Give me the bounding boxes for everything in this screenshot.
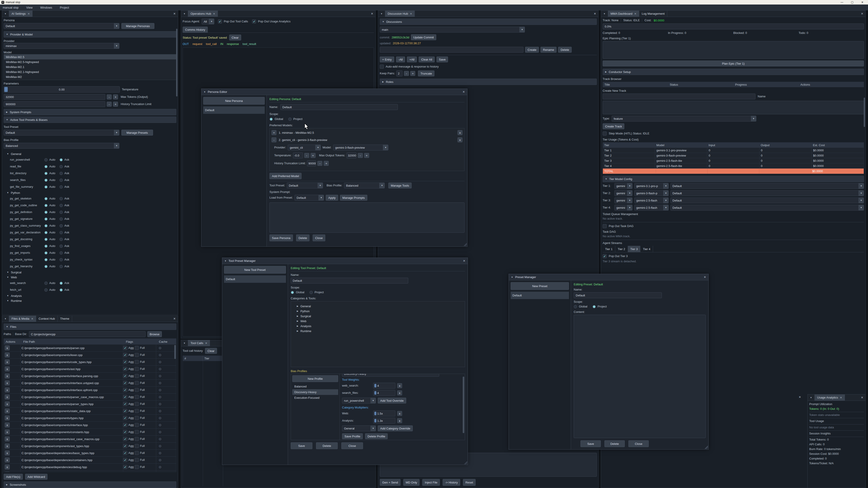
temperature-slider[interactable]: 0.00 [4, 86, 120, 93]
manage-presets-button[interactable]: Manage Presets [121, 130, 153, 135]
files-section-header[interactable]: ▼Files [4, 324, 176, 330]
full-checkbox[interactable]: ✓ [135, 444, 139, 448]
entry-button[interactable]: +All [407, 57, 417, 62]
agg-checkbox[interactable]: ✓ [123, 465, 127, 469]
remove-file-button[interactable]: x [5, 381, 10, 385]
remove-file-button[interactable]: x [5, 394, 10, 399]
manage-tools-button[interactable]: Manage Tools [388, 183, 412, 188]
tab-theme[interactable]: Theme [58, 316, 72, 322]
ask-radio[interactable] [59, 245, 63, 248]
ask-radio[interactable] [59, 258, 63, 261]
hist-increment-button[interactable]: + [324, 161, 329, 166]
agg-checkbox[interactable]: ✓ [123, 346, 127, 350]
resize-grip[interactable] [464, 243, 467, 246]
tier-model-select[interactable]: gemini-2.5-flash▼ [634, 205, 669, 210]
resize-grip[interactable] [705, 446, 708, 449]
scrollbar-thumb[interactable] [463, 377, 464, 433]
tool-override-select[interactable]: run_powershell▼ [342, 398, 376, 403]
ask-radio[interactable] [59, 172, 63, 175]
manage-prompts-button[interactable]: Manage Prompts [340, 195, 367, 201]
profile-list-item[interactable]: Balanced [292, 384, 338, 389]
agg-checkbox[interactable]: ✓ [123, 409, 127, 413]
scope-global-radio[interactable] [291, 291, 294, 294]
full-checkbox[interactable]: ✓ [135, 430, 139, 434]
comms-history-tab[interactable]: Comms History [183, 27, 208, 33]
update-commit-button[interactable]: Update Commit [411, 34, 436, 40]
remove-file-button[interactable]: x [5, 429, 10, 434]
full-checkbox[interactable]: ✓ [135, 353, 139, 357]
keep-pairs-input[interactable]: 2 [396, 70, 403, 76]
full-checkbox[interactable]: ✓ [135, 374, 139, 378]
add-preferred-model-button[interactable]: Add Preferred Model [270, 173, 302, 179]
auto-radio[interactable] [44, 224, 48, 228]
entry-button[interactable]: Clear All [418, 57, 434, 62]
auto-radio[interactable] [44, 165, 48, 168]
provider-model-header[interactable]: ▼Provider & Model [4, 31, 176, 37]
remove-file-button[interactable]: x [5, 401, 10, 406]
slider-handle[interactable] [374, 391, 376, 395]
system-prompts-header[interactable]: ▶System Prompts [4, 109, 176, 115]
tool-preset-select[interactable]: Default▼ [287, 183, 323, 188]
agg-checkbox[interactable]: ✓ [123, 416, 127, 420]
remove-file-button[interactable]: x [5, 416, 10, 420]
auto-radio[interactable] [44, 158, 48, 162]
auto-radio[interactable] [44, 172, 48, 175]
dialog-close-icon[interactable]: ✕ [704, 275, 706, 279]
agg-checkbox[interactable]: ✓ [123, 451, 127, 455]
resize-grip[interactable] [464, 461, 467, 464]
remove-file-button[interactable]: x [5, 464, 10, 469]
track-name-input[interactable] [602, 94, 755, 99]
agg-checkbox[interactable]: ✓ [123, 444, 127, 448]
full-checkbox[interactable]: ✓ [135, 451, 139, 455]
tab-close-icon[interactable]: ✕ [28, 12, 30, 15]
epic-planning-textarea[interactable] [602, 41, 864, 59]
clear-button[interactable]: Clear [229, 35, 241, 40]
persona-name-input[interactable]: Default [280, 104, 398, 110]
discussions-header[interactable]: ▼Discussions [380, 19, 597, 25]
hist-decrement-button[interactable]: - [317, 161, 322, 166]
full-checkbox[interactable]: ✓ [135, 437, 139, 441]
new-preset-button[interactable]: New Preset [510, 282, 569, 290]
save-persona-button[interactable]: Save Persona [270, 234, 293, 241]
preset-name-input[interactable]: Default [574, 292, 662, 298]
tool-preset-manager-titlebar[interactable]: ▼ Tool Preset Manager ✕ [222, 258, 468, 264]
hidden-panel-close-icon[interactable]: ✕ [799, 395, 801, 399]
auto-radio[interactable] [44, 178, 48, 182]
track-description-textarea[interactable] [602, 101, 864, 114]
scope-project-radio[interactable] [309, 291, 313, 294]
delete-profile-button[interactable]: Delete Profile [365, 433, 388, 439]
add-category-override-button[interactable]: Add Category Override [378, 425, 413, 431]
ask-radio[interactable] [59, 197, 63, 200]
conductor-setup-header[interactable]: ▶Conductor Setup [602, 69, 864, 75]
ask-radio[interactable] [59, 178, 63, 182]
menu-item[interactable]: Windows [40, 6, 52, 9]
step-mode-checkbox[interactable]: ✓ [602, 131, 607, 135]
ask-radio[interactable] [59, 224, 63, 228]
panel-close-icon[interactable]: ✕ [592, 11, 598, 17]
pref-model-select[interactable]: gemini-3-flash-preview▼ [333, 144, 388, 151]
persona-list-item[interactable]: Default [203, 106, 265, 114]
tier-preset-select[interactable]: Default▼ [671, 190, 864, 196]
pop-out-tier3-checkbox[interactable]: ✓ [602, 254, 607, 258]
full-checkbox[interactable]: ✓ [135, 367, 139, 371]
delete-button[interactable]: Delete [316, 442, 338, 449]
model-list-item[interactable]: MiniMax-M2.1 [4, 64, 176, 69]
category-override-select[interactable]: General▼ [342, 425, 376, 431]
full-checkbox[interactable]: ✓ [135, 416, 139, 420]
remove-weight-button[interactable]: x [397, 390, 402, 395]
tool-group-header[interactable]: ▼ Web [4, 275, 176, 280]
tab-tool-calls[interactable]: Tool Calls✕ [188, 340, 210, 346]
auto-radio[interactable] [44, 217, 48, 221]
remove-weight-button[interactable]: x [397, 383, 402, 388]
menu-item[interactable]: Project [60, 6, 69, 9]
history-increment-button[interactable]: + [113, 102, 118, 107]
tool-preset-list-item[interactable]: Default [224, 275, 286, 283]
roles-header[interactable]: ▶Roles [380, 78, 597, 85]
agg-checkbox[interactable]: ✓ [123, 395, 127, 399]
save-button[interactable]: Save [581, 440, 601, 447]
tool-group-header[interactable]: ▼ Runtime [4, 298, 176, 303]
panel-close-icon[interactable]: ✕ [369, 11, 375, 17]
tab-close-icon[interactable]: ✕ [840, 396, 842, 399]
full-checkbox[interactable]: ✓ [135, 402, 139, 406]
load-preset-select[interactable]: Default▼ [294, 195, 324, 201]
